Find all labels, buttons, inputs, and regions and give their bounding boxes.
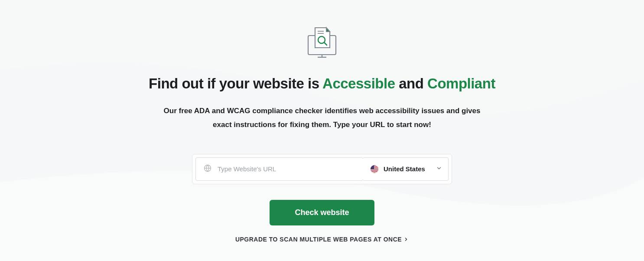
heading-part2: and [395,75,428,91]
check-website-button[interactable]: Check website [270,200,374,225]
upgrade-link[interactable]: UPGRADE TO SCAN MULTIPLE WEB PAGES AT ON… [235,236,409,243]
page-subheading: Our free ADA and WCAG compliance checker… [157,104,487,132]
globe-icon [204,164,211,174]
heading-highlight-accessible: Accessible [322,75,395,91]
url-input-container[interactable] [195,157,363,181]
scan-document-icon [306,26,338,62]
upgrade-link-label: UPGRADE TO SCAN MULTIPLE WEB PAGES AT ON… [235,236,402,243]
chevron-right-icon [403,237,409,242]
svg-rect-15 [371,172,378,172]
country-select[interactable]: United States [363,157,449,181]
heading-highlight-compliant: Compliant [427,75,495,91]
url-input[interactable] [218,165,355,173]
svg-rect-13 [371,169,378,170]
page-heading: Find out if your website is Accessible a… [149,75,495,92]
chevron-down-icon [436,165,442,173]
checker-form: United States [192,154,452,184]
heading-part1: Find out if your website is [149,75,322,91]
country-selected-label: United States [384,165,436,173]
svg-rect-14 [371,170,378,171]
svg-rect-16 [371,165,374,169]
us-flag-icon [371,165,378,173]
